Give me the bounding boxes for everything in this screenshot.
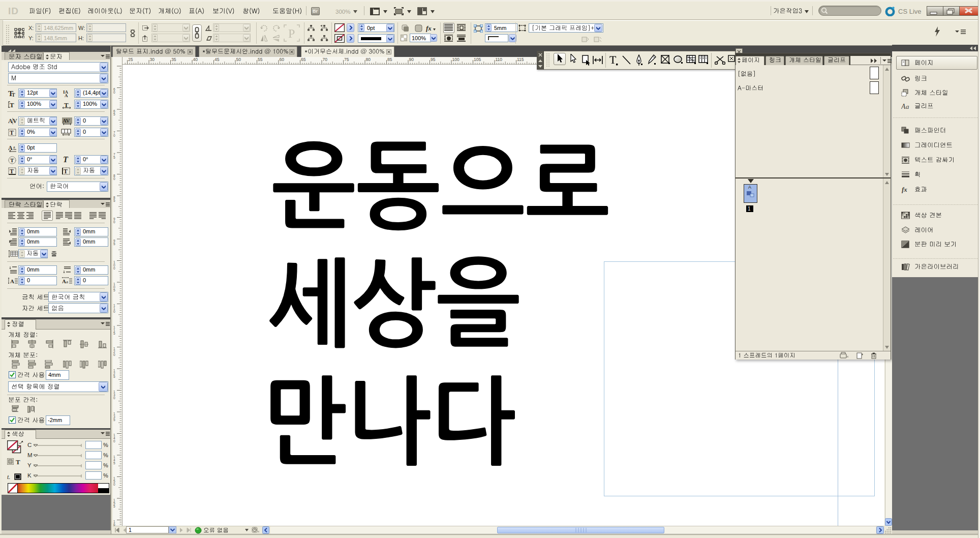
svg-text:T: T bbox=[64, 168, 68, 175]
svg-text:T: T bbox=[10, 101, 14, 109]
svg-text:A: A bbox=[901, 103, 906, 110]
svg-text:t.: t. bbox=[7, 473, 10, 481]
svg-text:T: T bbox=[10, 168, 14, 175]
svg-text:A: A bbox=[10, 278, 14, 284]
svg-text:AV: AV bbox=[63, 117, 70, 124]
svg-text:A: A bbox=[8, 117, 13, 125]
svg-text:fx: fx bbox=[902, 186, 907, 193]
svg-text:T: T bbox=[10, 157, 14, 163]
svg-text:a: a bbox=[906, 103, 909, 110]
svg-text:T: T bbox=[16, 458, 20, 465]
svg-text:a: a bbox=[66, 279, 68, 284]
svg-text:V: V bbox=[13, 117, 17, 125]
svg-text:A: A bbox=[65, 93, 68, 97]
svg-text:T: T bbox=[10, 129, 14, 136]
svg-text:a: a bbox=[13, 145, 15, 150]
svg-text:A: A bbox=[62, 278, 66, 284]
